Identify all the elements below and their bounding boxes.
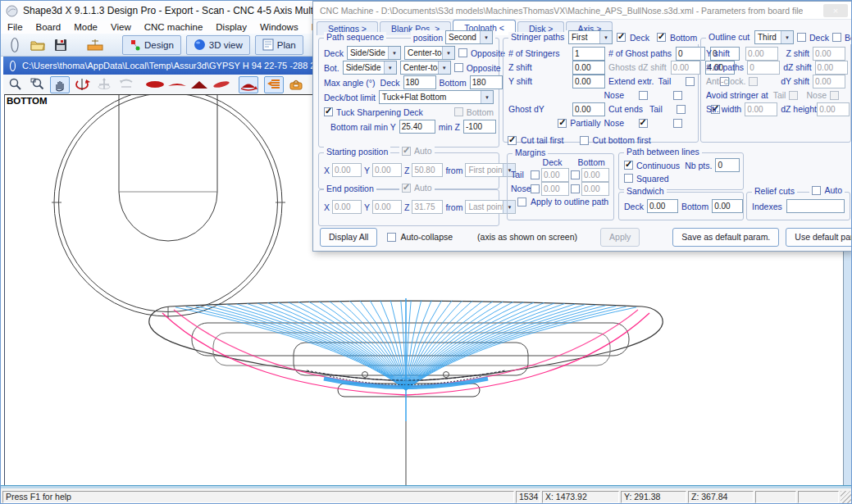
stringer-order-select[interactable]: First▼ [568,30,613,44]
deck-center-select[interactable]: Center-to-▼ [404,46,455,60]
max-angle-bottom-field[interactable]: 180 [470,75,503,89]
simulate-cut-icon[interactable] [239,76,258,93]
outline-dz-shift-label: dZ shift [783,62,811,72]
cut-nose-label: Nose [604,118,624,128]
outline-view-icon[interactable] [145,76,165,93]
extend-extr-label: Extend extr. [608,76,654,86]
path-sequence-group: Path sequence position Second▼ Deck Side… [318,38,499,148]
ghosts-dz-shift-label: Ghosts dZ shift [608,62,667,72]
new-board-icon[interactable] [6,37,24,53]
position-label: position [413,33,443,43]
auto-collapse-checkbox[interactable] [387,233,396,242]
flip-horizontal-icon[interactable] [94,76,114,93]
extend-nose-deck-checkbox[interactable] [639,91,648,100]
y-shift-field[interactable]: 0.00 [572,75,605,89]
menu-board[interactable]: Board [30,22,68,32]
axis-note: (axis as shown on screen) [477,232,577,242]
deck-opposite-checkbox[interactable] [458,48,467,57]
menu-display[interactable]: Display [209,22,253,32]
tuck-sharpening-checkbox[interactable] [324,107,333,116]
perspective-view-icon[interactable] [212,76,231,93]
margin-tail-bottom-checkbox[interactable] [571,170,580,179]
dimensions-icon[interactable] [86,37,104,53]
avoid-nose-checkbox [830,91,839,100]
sandwich-deck-label: Deck [624,202,644,211]
toolpath-layers-icon[interactable] [264,76,284,93]
menu-windows[interactable]: Windows [253,22,305,32]
cut-nose-bottom-checkbox[interactable] [673,119,682,128]
plan-icon [262,39,274,51]
plan-button[interactable]: Plan [255,35,303,55]
z-shift-label: Z shift [508,62,569,72]
resize-grip[interactable] [841,491,851,503]
margin-nose-deck-checkbox[interactable] [531,184,540,193]
close-icon[interactable]: × [823,4,848,17]
deck-bot-limit-select[interactable]: Tuck+Flat Bottom▼ [379,90,494,104]
deck-direction-select[interactable]: Side/Side▼ [347,46,401,60]
bot-center-select[interactable]: Center-to-▼ [400,61,451,75]
avoid-nose-label: Nose [806,90,827,100]
bot-direction-select[interactable]: Side/Side▼ [343,61,397,75]
zoom-in-icon[interactable] [6,76,25,93]
cut-nose-deck-checkbox[interactable] [639,119,648,128]
dz-height-field: 0.00 [817,102,850,116]
margin-tail-deck-checkbox[interactable] [531,170,540,179]
cut-bottom-first-checkbox[interactable] [580,136,589,145]
zoom-window-icon[interactable] [28,76,48,93]
section-view-icon[interactable] [189,76,209,93]
continuous-checkbox[interactable] [624,161,633,170]
indexes-field[interactable] [786,199,845,213]
max-angle-deck-field[interactable]: 180 [403,75,436,89]
margin-nose-bottom-checkbox[interactable] [571,184,580,193]
cut-tail-deck-checkbox[interactable] [677,105,686,114]
z-shift-field[interactable]: 0.00 [572,61,605,75]
outline-bottom-checkbox[interactable] [832,33,841,42]
design-button[interactable]: Design [122,35,181,55]
flip-vertical-icon[interactable] [116,76,136,93]
outline-deck-checkbox[interactable] [797,33,806,42]
bot-opposite-checkbox[interactable] [454,63,463,72]
ghost-dy-field[interactable]: 0.00 [572,102,605,116]
starting-auto-checkbox [402,147,411,156]
save-icon[interactable] [52,37,70,53]
start-y-field: 0.00 [372,163,402,177]
view-label: BOTTOM [7,96,48,106]
menu-file[interactable]: File [1,22,30,32]
dialog-title-bar[interactable]: CNC Machine - D:\Documents\S3d models\Ma… [313,2,852,20]
status-count: 1534 [516,491,540,503]
stringer-bottom-checkbox[interactable] [657,33,666,42]
extend-nose-bottom-checkbox[interactable] [673,91,682,100]
open-folder-icon[interactable] [29,37,47,53]
partially-checkbox[interactable] [558,119,567,128]
extend-tail-deck-checkbox[interactable] [686,77,695,86]
rocker-view-icon[interactable] [167,76,187,93]
starting-position-title: Starting position [324,147,390,157]
save-default-button[interactable]: Save as default param. [672,228,779,247]
position-select[interactable]: Second▼ [445,30,493,44]
relief-cuts-group: Relief cuts Auto Indexes [746,192,850,220]
bottom-rail-min-y-field[interactable]: 25.40 [399,120,435,134]
relief-auto-label: Auto [824,185,842,195]
squared-checkbox[interactable] [624,174,633,183]
cut-tail-first-checkbox[interactable] [508,136,517,145]
outline-bottom-label: Bottom [845,33,852,43]
min-z-field[interactable]: -100 [463,120,496,134]
relief-auto-checkbox[interactable] [812,186,821,195]
menu-view[interactable]: View [104,22,138,32]
use-default-button[interactable]: Use default param. [786,228,852,247]
outline-order-select[interactable]: Third▼ [754,30,794,44]
sandwich-bottom-field[interactable]: 0.00 [712,199,743,213]
stringer-deck-checkbox[interactable] [617,33,626,42]
menu-mode[interactable]: Mode [67,22,104,32]
rotate-view-icon[interactable] [72,76,92,93]
display-all-button[interactable]: Display All [320,228,377,247]
apply-outline-checkbox[interactable] [517,198,526,207]
3d-view-button[interactable]: 3D view [186,35,250,55]
pan-hand-icon[interactable] [50,76,70,93]
n-stringers-field[interactable]: 1 [572,47,605,61]
menu-cnc-machine[interactable]: CNC machine [138,22,210,32]
sandwich-deck-field[interactable]: 0.00 [647,199,678,213]
end-auto-checkbox [402,184,411,193]
machine-icon[interactable] [286,76,306,93]
nb-pts-field[interactable]: 0 [715,158,740,172]
